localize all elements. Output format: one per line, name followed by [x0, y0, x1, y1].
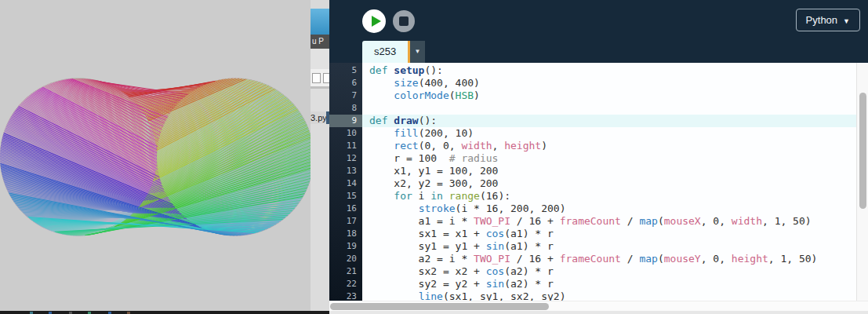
- code-line[interactable]: rect(0, 0, width, height): [362, 140, 856, 152]
- code-line[interactable]: r = 100 # radius: [362, 152, 856, 165]
- code-line[interactable]: for i in range(16):: [362, 190, 856, 203]
- bg-window-titlebar: [311, 9, 329, 35]
- gutter-line-number: 6: [329, 77, 362, 89]
- editor-topbar: Python▼ s253 ▼: [329, 0, 868, 63]
- sketch-window: [0, 0, 311, 311]
- tab-s253[interactable]: s253: [362, 41, 408, 63]
- screen: u P 3.py Python▼ s253 ▼ 5678910111213141…: [0, 0, 868, 314]
- tab-dropdown-button[interactable]: ▼: [408, 41, 425, 63]
- gutter-line-number: 9: [329, 115, 362, 127]
- code-line[interactable]: size(400, 400): [362, 77, 856, 89]
- code-line[interactable]: line(sx1, sy1, sx2, sy2): [362, 290, 856, 301]
- code-line[interactable]: a2 = i * TWO_PI / 16 + frameCount / map(…: [362, 253, 856, 265]
- horizontal-scrollbar-thumb[interactable]: [330, 303, 549, 310]
- gutter-line-number: 12: [329, 152, 362, 165]
- code-line[interactable]: x1, y1 = 100, 200: [362, 165, 856, 177]
- chevron-down-icon: ▼: [843, 17, 850, 25]
- bg-window-menu-fragment: u P: [311, 35, 329, 49]
- gutter-line-number: 21: [329, 265, 362, 278]
- gutter-line-number: 22: [329, 278, 362, 290]
- chevron-down-icon: ▼: [415, 48, 421, 55]
- code-line[interactable]: sx1 = x1 + cos(a1) * r: [362, 228, 856, 240]
- code-line[interactable]: x2, y2 = 300, 200: [362, 177, 856, 190]
- code-line[interactable]: stroke(i * 16, 200, 200): [362, 203, 856, 215]
- horizontal-scrollbar[interactable]: [329, 301, 868, 311]
- gutter-line-number: 19: [329, 240, 362, 253]
- stop-icon: [399, 16, 409, 26]
- gutter-line-number: 11: [329, 140, 362, 152]
- background-window-strip: u P 3.py: [311, 0, 329, 311]
- tab-label: s253: [374, 46, 396, 57]
- gutter-line-number: 13: [329, 165, 362, 177]
- toolbar-icon: [323, 73, 329, 83]
- vertical-scrollbar-thumb[interactable]: [859, 93, 866, 209]
- stop-button[interactable]: [393, 10, 415, 32]
- gutter-line-number: 16: [329, 203, 362, 215]
- code-editor-panel: Python▼ s253 ▼ 5678910111213141516171819…: [329, 0, 868, 314]
- code-line[interactable]: sy1 = y1 + sin(a1) * r: [362, 240, 856, 253]
- bg-window-toolbar: [311, 69, 329, 86]
- code-line[interactable]: def setup():: [362, 64, 856, 77]
- gutter-line-number: 18: [329, 228, 362, 240]
- gutter-line-number: 17: [329, 215, 362, 228]
- gutter-line-number: 20: [329, 253, 362, 265]
- editor-bottom-strip: [329, 311, 868, 314]
- code-line[interactable]: a1 = i * TWO_PI / 16 + frameCount / map(…: [362, 215, 856, 228]
- code-line[interactable]: def draw():: [362, 115, 856, 127]
- bg-strip-segment: [311, 0, 329, 9]
- sketch-canvas[interactable]: [0, 0, 311, 311]
- gutter-line-number: 10: [329, 127, 362, 140]
- language-selector[interactable]: Python▼: [796, 9, 860, 31]
- play-icon: [372, 16, 381, 27]
- bg-strip-segment: [311, 89, 329, 111]
- code-line[interactable]: [362, 102, 856, 115]
- code-line[interactable]: sy2 = y2 + sin(a2) * r: [362, 278, 856, 290]
- gutter-line-number: 8: [329, 102, 362, 115]
- bg-strip-segment: [311, 49, 329, 69]
- code-line[interactable]: sx2 = x2 + cos(a2) * r: [362, 265, 856, 278]
- toolbar-icon: [312, 73, 321, 83]
- gutter-line-number: 5: [329, 64, 362, 77]
- gutter-line-number: 14: [329, 177, 362, 190]
- code-lines: def setup(): size(400, 400) colorMode(HS…: [362, 63, 856, 301]
- taskbar-sliver: [0, 311, 329, 314]
- bg-window-file-tab: 3.py: [311, 111, 329, 124]
- code-line[interactable]: colorMode(HSB): [362, 89, 856, 102]
- run-button[interactable]: [362, 9, 386, 33]
- gutter: 567891011121314151617181920212223: [329, 63, 362, 301]
- vertical-scrollbar[interactable]: [856, 63, 868, 301]
- gutter-line-number: 7: [329, 89, 362, 102]
- gutter-line-number: 15: [329, 190, 362, 203]
- code-line[interactable]: fill(200, 10): [362, 127, 856, 140]
- bg-file-tab-label: 3.py: [311, 113, 327, 122]
- language-label: Python: [806, 14, 837, 26]
